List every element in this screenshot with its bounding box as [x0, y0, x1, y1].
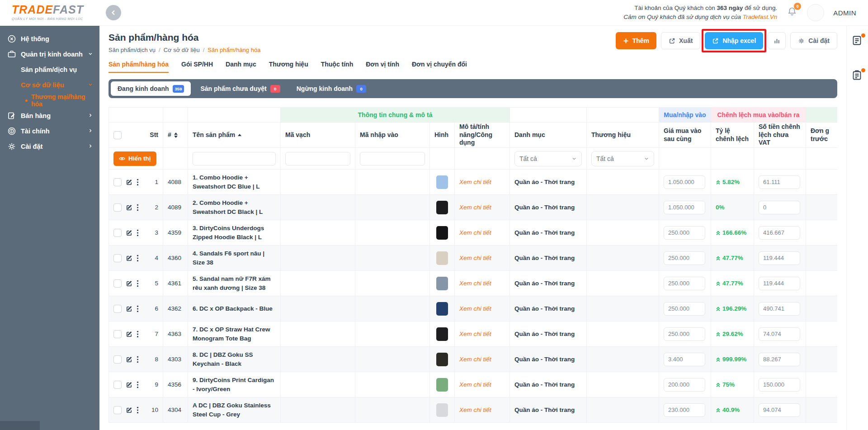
status-tab-dang-kinh-doanh[interactable]: Đang kinh doanh 359 — [111, 81, 191, 96]
col-clipped[interactable]: Đơn gtrước — [806, 123, 837, 148]
product-image[interactable] — [436, 353, 448, 366]
kebab-menu-icon[interactable] — [137, 406, 139, 414]
filter-import-code-input[interactable] — [360, 152, 425, 165]
sidebar-item-cai-dat[interactable]: Cài đặt — [0, 139, 99, 154]
edit-icon[interactable] — [126, 179, 132, 185]
view-detail-link[interactable]: Xem chi tiết — [459, 204, 491, 211]
select-all-checkbox[interactable] — [113, 131, 122, 139]
row-checkbox[interactable] — [113, 381, 122, 389]
edit-icon[interactable] — [126, 331, 132, 337]
product-name[interactable]: A DC | DBZ Goku Stainless Steel Cup - Gr… — [193, 401, 276, 419]
product-image[interactable] — [436, 403, 448, 417]
margin-amount-input[interactable] — [759, 302, 800, 316]
margin-amount-input[interactable] — [759, 175, 800, 189]
product-image[interactable] — [436, 201, 448, 214]
sidebar-item-he-thong[interactable]: Hệ thống — [0, 31, 99, 47]
tasks-panel-button[interactable] — [852, 70, 863, 83]
kebab-menu-icon[interactable] — [137, 280, 139, 287]
export-button[interactable]: Xuất — [661, 32, 700, 49]
edit-icon[interactable] — [126, 381, 132, 388]
logo[interactable]: TRADEFAST QUẢN LÝ MỌI NƠI - BÁN HÀNG MỌI… — [0, 0, 99, 26]
row-checkbox[interactable] — [113, 330, 122, 338]
col-margin-pct[interactable]: Tỷ lệ chênh lệch — [711, 123, 754, 148]
tab-don-vi-tinh[interactable]: Đơn vị tính — [366, 61, 399, 73]
row-checkbox[interactable] — [113, 279, 122, 288]
filter-category-select[interactable]: Tất cả — [514, 151, 582, 166]
col-barcode[interactable]: Mã vạch — [281, 123, 355, 148]
sidebar-item-thuong-mai-hang-hoa[interactable]: Thương mại/hàng hóa — [0, 93, 99, 108]
view-detail-link[interactable]: Xem chi tiết — [459, 229, 491, 236]
tab-goi-sp-hh[interactable]: Gói SP/HH — [181, 61, 213, 73]
username[interactable]: ADMIN — [833, 9, 856, 17]
breadcrumb-item[interactable]: Cơ sở dữ liệu — [164, 47, 200, 53]
kebab-menu-icon[interactable] — [137, 331, 139, 338]
product-name[interactable]: 2. Combo Hoodie + Sweatshort DC Black | … — [193, 198, 276, 216]
row-checkbox[interactable] — [113, 178, 122, 186]
col-stt[interactable]: Stt — [150, 131, 158, 139]
kebab-menu-icon[interactable] — [137, 381, 139, 388]
filter-name-input[interactable] — [193, 152, 276, 165]
row-checkbox[interactable] — [113, 229, 122, 237]
margin-amount-input[interactable] — [759, 353, 800, 366]
kebab-menu-icon[interactable] — [137, 356, 139, 363]
notifications-button[interactable]: 0 — [786, 6, 798, 19]
col-name[interactable]: Tên sản phẩm — [188, 123, 281, 148]
row-checkbox[interactable] — [113, 203, 122, 212]
last-price-input[interactable] — [664, 378, 705, 392]
avatar[interactable] — [807, 4, 824, 21]
tab-thuoc-tinh[interactable]: Thuộc tính — [321, 61, 354, 73]
product-image[interactable] — [436, 302, 448, 316]
edit-icon[interactable] — [126, 229, 132, 236]
margin-amount-input[interactable] — [759, 226, 800, 240]
import-excel-button[interactable]: Nhập excel — [705, 32, 763, 49]
kebab-menu-icon[interactable] — [137, 204, 139, 211]
sidebar-item-quan-tri-kinh-doanh[interactable]: Quản trị kinh doanh — [0, 47, 99, 62]
product-image[interactable] — [436, 327, 448, 341]
edit-icon[interactable] — [126, 356, 132, 363]
col-category[interactable]: Danh mục — [510, 123, 587, 148]
last-price-input[interactable] — [664, 175, 705, 189]
chart-view-button[interactable] — [768, 32, 786, 49]
last-price-input[interactable] — [664, 302, 705, 316]
breadcrumb-item[interactable]: Sản phẩm/dịch vụ — [108, 47, 156, 53]
status-tab-chua-duyet[interactable]: Sản phẩm chưa duyệt 0 — [193, 81, 287, 96]
product-image[interactable] — [436, 378, 448, 392]
col-margin-amt[interactable]: Số tiền chênh lệch chưa VAT — [754, 123, 806, 148]
notes-panel-button[interactable] — [852, 35, 863, 48]
status-tab-ngung-kinh-doanh[interactable]: Ngừng kinh doanh 0 — [290, 81, 373, 96]
view-detail-link[interactable]: Xem chi tiết — [459, 381, 491, 388]
margin-amount-input[interactable] — [759, 327, 800, 341]
filter-barcode-input[interactable] — [285, 152, 350, 165]
margin-amount-input[interactable] — [759, 201, 800, 214]
product-name[interactable]: 6. DC x OP Backpack - Blue — [193, 304, 273, 313]
table-settings-button[interactable]: Cài đặt — [790, 32, 837, 49]
last-price-input[interactable] — [664, 251, 705, 265]
last-price-input[interactable] — [664, 201, 705, 214]
sidebar-item-ban-hang[interactable]: Bán hàng — [0, 108, 99, 123]
show-columns-button[interactable]: Hiển thị — [113, 151, 156, 166]
product-image[interactable] — [436, 175, 448, 189]
view-detail-link[interactable]: Xem chi tiết — [459, 179, 491, 185]
row-checkbox[interactable] — [113, 305, 122, 313]
sort-icon[interactable] — [174, 132, 178, 138]
product-name[interactable]: 4. Sandals F6 sport nâu | Size 38 — [193, 249, 276, 267]
product-name[interactable]: 3. DirtyCoins Underdogs Zipped Hoodie Bl… — [193, 224, 276, 241]
view-detail-link[interactable]: Xem chi tiết — [459, 280, 491, 287]
col-description[interactable]: Mô tả/tính năng/Công dụng — [455, 123, 510, 148]
margin-amount-input[interactable] — [759, 378, 800, 392]
tab-thuong-hieu[interactable]: Thương hiệu — [269, 61, 308, 73]
tradefast-link[interactable]: Tradefast.Vn — [743, 14, 777, 20]
edit-icon[interactable] — [126, 406, 132, 413]
product-name[interactable]: 8. DC | DBZ Goku SS Keychain - Black — [193, 350, 276, 368]
tab-danh-muc[interactable]: Danh mục — [226, 61, 256, 73]
kebab-menu-icon[interactable] — [137, 229, 139, 236]
row-checkbox[interactable] — [113, 355, 122, 364]
product-name[interactable]: 7. DC x OP Straw Hat Crew Monogram Tote … — [193, 325, 276, 343]
product-image[interactable] — [436, 226, 448, 240]
last-price-input[interactable] — [664, 226, 705, 240]
edit-icon[interactable] — [126, 280, 132, 287]
tab-don-vi-chuyen-doi[interactable]: Đơn vị chuyển đổi — [412, 61, 467, 73]
product-name[interactable]: 1. Combo Hoodie + Sweatshort DC Blue | L — [193, 173, 276, 191]
product-image[interactable] — [436, 251, 448, 265]
col-image[interactable]: Hình — [430, 123, 455, 148]
